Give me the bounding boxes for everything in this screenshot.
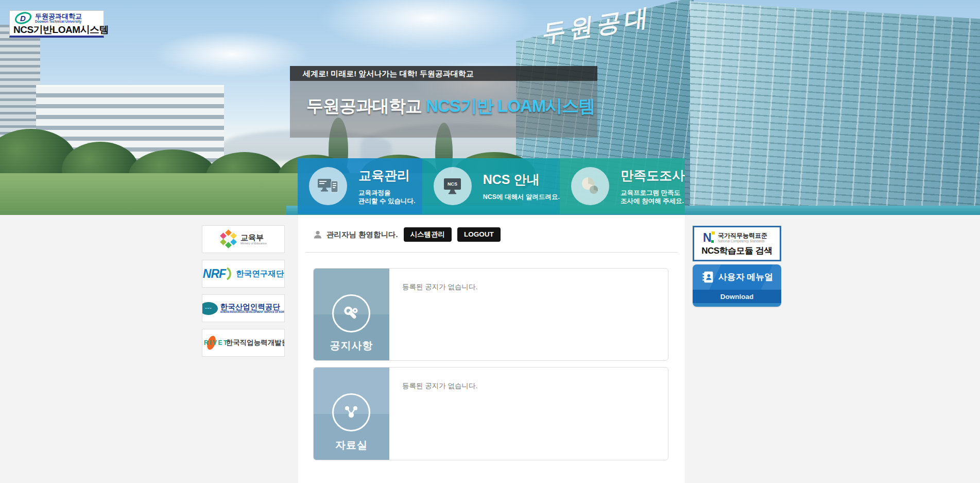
logo-university-name: 두원공과대학교	[35, 13, 82, 20]
share-nodes-icon	[342, 403, 360, 422]
devices-icon	[317, 177, 339, 195]
logout-button[interactable]: LOGOUT	[457, 227, 501, 242]
ncs-standards-label: 국가직무능력표준	[718, 232, 767, 239]
card-title: 교육관리	[358, 167, 415, 184]
card-icon-circle	[571, 167, 609, 205]
manual-label: 사용자 메뉴얼	[718, 271, 773, 283]
hrdk-oval-icon: ᵕᵕᵕ	[202, 302, 218, 315]
card-description-line: 관리할 수 있습니다.	[358, 197, 415, 205]
logo-system-name: NCS기반LOAM시스템	[13, 23, 109, 37]
card-description: 교육과정을 관리할 수 있습니다.	[358, 189, 415, 205]
section-divider	[305, 252, 678, 253]
partner-name: 한국연구재단	[236, 269, 284, 279]
svg-text:D: D	[20, 14, 26, 23]
doowon-emblem-icon: D	[14, 12, 32, 24]
cloud-shape	[319, 0, 536, 52]
archive-board-panel: 자료실 등록된 공지가 없습니다.	[313, 367, 668, 460]
partner-name: 교육부	[240, 234, 267, 242]
notice-board-panel: 공지사항 등록된 공지가 없습니다.	[313, 268, 668, 361]
board-title: 공지사항	[314, 339, 389, 353]
ncs-standards-label-en: National Competency Standards	[718, 239, 767, 243]
banner-overlay: 세계로! 미래로! 앞서나가는 대학! 두원공과대학교 두원공과대학교 NCS기…	[290, 66, 597, 138]
banner-title-university: 두원공과대학교	[306, 96, 422, 115]
krivet-oval-icon: KRIVET	[202, 335, 225, 351]
user-manual-download[interactable]: 사용자 메뉴얼 Download	[693, 264, 781, 307]
notice-board-tile[interactable]: 공지사항	[314, 269, 389, 360]
partner-subtitle: Ministry of Education	[240, 242, 267, 245]
cloud-shape	[154, 31, 309, 77]
logo-row: D 두원공과대학교 Doowon Technical University	[14, 12, 82, 24]
admin-welcome-text: 관리자님 환영합니다.	[326, 230, 398, 240]
partner-abbr: NRF	[203, 267, 226, 281]
card-description-line: NCS에 대해서 알려드려요.	[483, 193, 560, 201]
card-title: NCS 안내	[483, 171, 560, 188]
card-text: NCS 안내 NCS에 대해서 알려드려요.	[483, 171, 560, 201]
svg-text:NCS: NCS	[448, 181, 457, 187]
ncs-widget-header: N 국가직무능력표준 National Competency Standards	[703, 231, 767, 244]
banner-title-area: 두원공과대학교 NCS기반 LOAM시스템	[290, 81, 597, 138]
partner-link-krivet[interactable]: KRIVET 한국직업능력개발원	[202, 329, 285, 357]
pie-chart-icon	[580, 176, 600, 196]
right-building-face	[690, 0, 980, 215]
card-text: 만족도조사 교육프로그램 만족도 조사에 참여해 주세요.	[621, 167, 685, 205]
board-title: 자료실	[314, 438, 389, 452]
card-satisfaction-survey[interactable]: 만족도조사 교육프로그램 만족도 조사에 참여해 주세요.	[560, 158, 685, 214]
wrench-icon	[342, 304, 360, 323]
partner-link-hrdk[interactable]: ᵕᵕᵕ 한국산업인력공단 HUMAN RESOURCES DEVELOPMENT…	[202, 294, 285, 322]
ncs-search-label: NCS학습모듈 검색	[694, 245, 780, 257]
tile-icon-circle	[332, 393, 370, 431]
card-text: 교육관리 교육과정을 관리할 수 있습니다.	[358, 167, 415, 205]
partner-name: 한국직업능력개발원	[226, 338, 285, 347]
board-empty-message: 등록된 공지가 없습니다.	[402, 282, 477, 292]
pinwheel-icon	[220, 230, 237, 248]
partner-subtitle: HUMAN RESOURCES DEVELOPMENT SERVICE OF K…	[220, 311, 285, 314]
partner-abbr: KRIVET	[202, 339, 229, 346]
tile-icon-circle	[332, 294, 370, 332]
ncs-n-letter: N	[703, 231, 712, 244]
banner-tagline: 세계로! 미래로! 앞서나가는 대학! 두원공과대학교	[290, 66, 597, 81]
archive-board-tile[interactable]: 자료실	[314, 368, 389, 460]
board-empty-message: 등록된 공지가 없습니다.	[402, 381, 477, 391]
card-description: NCS에 대해서 알려드려요.	[483, 193, 560, 201]
manual-download-button[interactable]: Download	[693, 290, 781, 303]
banner-title-system: NCS기반 LOAM시스템	[426, 96, 595, 115]
card-education-management[interactable]: 교육관리 교육과정을 관리할 수 있습니다.	[298, 158, 422, 214]
ncs-logo-yellow-mark	[712, 231, 715, 235]
card-description: 교육프로그램 만족도 조사에 참여해 주세요.	[621, 189, 685, 205]
card-description-line: 교육과정을	[358, 189, 415, 197]
nrf-crescent-icon	[226, 267, 233, 281]
user-icon	[313, 230, 322, 239]
banner-title: 두원공과대학교 NCS기반 LOAM시스템	[290, 81, 597, 118]
card-icon-circle	[309, 167, 347, 205]
ncs-logo-green-mark	[711, 240, 714, 243]
admin-bar: 관리자님 환영합니다. 시스템관리 LOGOUT	[313, 227, 501, 242]
ncs-module-search-link[interactable]: N 국가직무능력표준 National Competency Standards…	[693, 226, 781, 261]
partner-name: 한국산업인력공단	[220, 303, 285, 311]
page: 두원공대 D 두원공과대학교 Doowon Technical Universi…	[0, 0, 980, 483]
card-ncs-guide[interactable]: NCS NCS 안내 NCS에 대해서 알려드려요.	[422, 158, 560, 214]
system-admin-button[interactable]: 시스템관리	[404, 227, 452, 242]
partner-link-nrf[interactable]: NRF 한국연구재단	[202, 260, 285, 288]
site-logo[interactable]: D 두원공과대학교 Doowon Technical University NC…	[9, 10, 104, 38]
manual-header: 사용자 메뉴얼	[693, 264, 781, 290]
card-description-line: 교육프로그램 만족도	[621, 189, 685, 197]
ncs-n-logo-icon: N	[703, 231, 715, 244]
card-icon-circle: NCS	[434, 167, 472, 205]
card-description-line: 조사에 참여해 주세요.	[621, 197, 685, 205]
notebook-icon	[701, 270, 715, 284]
ncs-monitor-icon: NCS	[442, 177, 463, 195]
quick-menu-cards: 교육관리 교육과정을 관리할 수 있습니다. NCS NCS 안내 NC	[298, 158, 685, 214]
partner-link-moe[interactable]: 교육부 Ministry of Education	[202, 225, 285, 253]
manual-footer-strip	[693, 303, 781, 307]
card-title: 만족도조사	[621, 167, 685, 184]
